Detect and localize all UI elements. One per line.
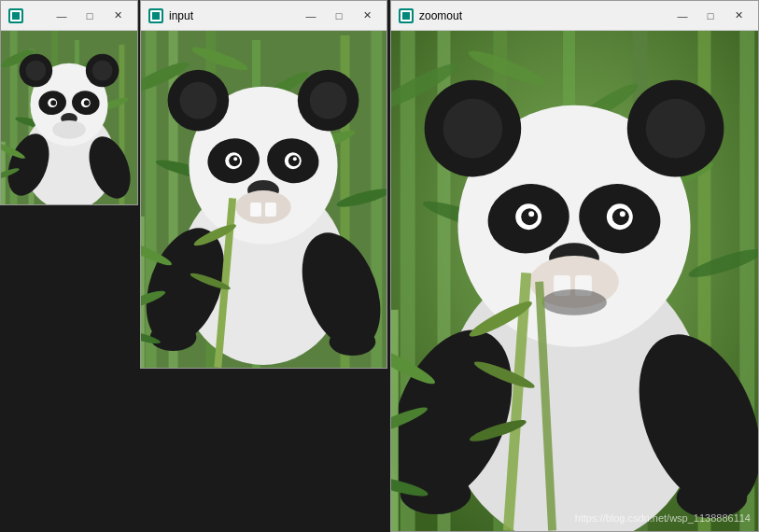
titlebar-controls-2: — □ ✕ xyxy=(299,7,379,25)
svg-point-51 xyxy=(310,82,347,119)
svg-point-101 xyxy=(521,208,538,225)
panda-image-medium xyxy=(141,31,387,368)
close-btn-3[interactable]: ✕ xyxy=(726,7,751,25)
svg-point-15 xyxy=(26,61,47,81)
svg-point-67 xyxy=(330,328,376,356)
svg-rect-63 xyxy=(265,203,276,217)
svg-point-109 xyxy=(541,289,607,315)
svg-point-96 xyxy=(646,99,706,159)
window-icon-3 xyxy=(399,8,414,23)
window-zoomout[interactable]: zoomout — □ ✕ xyxy=(390,0,759,532)
url-watermark: https://blog.csdn.net/wsp_1138886114 xyxy=(575,512,751,524)
svg-point-94 xyxy=(443,99,503,159)
svg-point-59 xyxy=(293,157,297,161)
maximize-btn-2[interactable]: □ xyxy=(327,7,351,25)
svg-rect-62 xyxy=(250,203,261,217)
close-btn-1[interactable]: ✕ xyxy=(105,7,130,25)
window-content-2 xyxy=(141,31,387,368)
maximize-btn-1[interactable]: □ xyxy=(77,7,102,25)
titlebar-1[interactable]: — □ ✕ xyxy=(1,1,137,31)
svg-point-103 xyxy=(528,211,534,217)
close-btn-2[interactable]: ✕ xyxy=(355,7,379,25)
svg-point-66 xyxy=(150,323,197,351)
window-input[interactable]: input — □ ✕ xyxy=(140,0,387,369)
minimize-btn-2[interactable]: — xyxy=(299,7,323,25)
svg-point-25 xyxy=(52,120,86,139)
svg-point-61 xyxy=(235,190,291,224)
svg-point-102 xyxy=(612,208,629,225)
minimize-btn-3[interactable]: — xyxy=(670,7,695,25)
window-content-3: https://blog.csdn.net/wsp_1138886114 xyxy=(391,31,758,531)
svg-point-58 xyxy=(233,157,237,161)
panda-image-thumb xyxy=(1,31,137,204)
svg-point-17 xyxy=(92,61,113,81)
titlebar-title-3: zoomout xyxy=(419,9,670,22)
titlebar-3[interactable]: zoomout — □ ✕ xyxy=(391,1,758,31)
window-icon-2 xyxy=(148,8,163,23)
panda-image-large xyxy=(391,31,758,531)
svg-point-56 xyxy=(229,155,240,166)
titlebar-2[interactable]: input — □ ✕ xyxy=(141,1,387,31)
titlebar-controls-1: — □ ✕ xyxy=(49,7,130,25)
svg-point-22 xyxy=(50,100,56,105)
svg-point-49 xyxy=(179,82,217,119)
titlebar-controls-3: — □ ✕ xyxy=(670,7,751,25)
svg-point-57 xyxy=(288,155,300,166)
maximize-btn-3[interactable]: □ xyxy=(698,7,723,25)
window-thumbnail[interactable]: — □ ✕ xyxy=(0,0,138,205)
svg-point-23 xyxy=(84,100,90,105)
svg-rect-71 xyxy=(141,217,145,368)
minimize-btn-1[interactable]: — xyxy=(49,7,74,25)
window-content-1 xyxy=(1,31,137,204)
titlebar-title-2: input xyxy=(169,9,299,22)
window-icon-1 xyxy=(8,8,23,23)
svg-point-104 xyxy=(620,211,625,217)
